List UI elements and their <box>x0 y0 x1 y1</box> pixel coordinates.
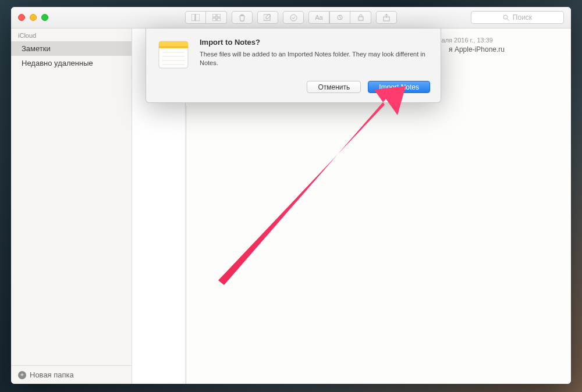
svg-rect-5 <box>217 18 221 21</box>
lock-button[interactable] <box>350 11 371 24</box>
svg-rect-2 <box>212 14 216 17</box>
paper-edge <box>186 106 187 384</box>
sidebar-section-header: iCloud <box>11 28 132 41</box>
sidebar-item-recently-deleted[interactable]: Недавно удаленные <box>11 56 132 70</box>
sidebar-item-notes[interactable]: Заметки <box>11 41 132 56</box>
sidebar-item-label: Заметки <box>22 44 51 53</box>
toolbar: Aa <box>185 11 397 24</box>
format-lock-group: Aa <box>308 11 371 24</box>
checklist-button[interactable] <box>283 11 304 24</box>
plus-icon: + <box>18 371 26 379</box>
svg-point-7 <box>290 15 297 21</box>
view-mode-group <box>185 11 227 24</box>
svg-point-11 <box>503 15 508 19</box>
sidebar: iCloud Заметки Недавно удаленные + Новая… <box>11 28 132 384</box>
svg-rect-1 <box>196 14 200 21</box>
svg-rect-14 <box>159 46 188 48</box>
format-icon: Aa <box>315 14 322 21</box>
import-notes-button[interactable]: Import Notes <box>368 81 430 93</box>
import-notes-button-label: Import Notes <box>379 83 419 91</box>
search-placeholder: Поиск <box>513 13 532 22</box>
search-input[interactable]: Поиск <box>471 11 564 24</box>
svg-rect-0 <box>191 14 195 21</box>
delete-button[interactable] <box>232 11 253 24</box>
search-icon <box>503 15 509 21</box>
dialog-text: Import to Notes? These files will be add… <box>200 38 430 72</box>
titlebar: Aa Поиск <box>11 7 571 28</box>
svg-rect-9 <box>359 17 363 20</box>
new-folder-button[interactable]: + Новая папка <box>11 365 132 384</box>
new-folder-label: Новая папка <box>30 370 74 379</box>
traffic-lights <box>11 14 48 21</box>
sidebar-item-label: Недавно удаленные <box>22 59 93 67</box>
share-button[interactable] <box>376 11 397 24</box>
import-dialog: Import to Notes? These files will be add… <box>146 28 441 103</box>
attach-button[interactable] <box>329 11 350 24</box>
new-note-button[interactable] <box>257 11 278 24</box>
dialog-message: These files will be added to an Imported… <box>200 50 430 67</box>
minimize-window-button[interactable] <box>30 14 37 21</box>
dialog-title: Import to Notes? <box>200 38 430 47</box>
cancel-button[interactable]: Отменить <box>307 81 361 93</box>
svg-rect-3 <box>217 14 221 17</box>
svg-rect-4 <box>212 18 216 21</box>
format-button[interactable]: Aa <box>308 11 329 24</box>
list-view-button[interactable] <box>185 11 206 24</box>
notes-app-icon <box>157 38 190 72</box>
cancel-button-label: Отменить <box>318 83 350 91</box>
grid-view-button[interactable] <box>206 11 227 24</box>
zoom-window-button[interactable] <box>41 14 48 21</box>
dialog-buttons: Отменить Import Notes <box>157 81 430 93</box>
close-window-button[interactable] <box>18 14 25 21</box>
